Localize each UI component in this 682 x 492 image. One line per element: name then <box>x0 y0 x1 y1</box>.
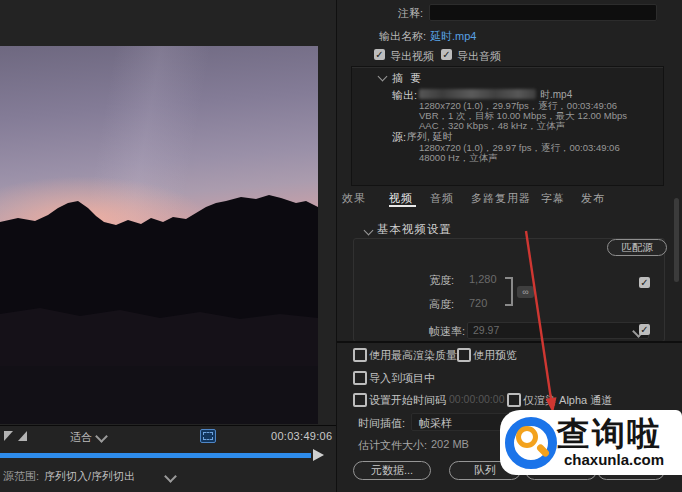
source-range-label: 源范围: <box>3 469 39 484</box>
set-start-timecode-checkbox[interactable] <box>353 393 367 407</box>
use-previews-checkbox[interactable] <box>457 348 471 362</box>
export-audio-checkbox[interactable]: ✓ <box>441 49 452 60</box>
mountain-silhouette <box>0 46 318 424</box>
summary-source-label: 源: <box>392 130 406 145</box>
tab-captions[interactable]: 字幕 <box>541 191 565 206</box>
width-value: 1,280 <box>469 273 497 285</box>
link-dimensions-icon[interactable]: ∞ <box>517 286 534 298</box>
summary-title: 摘 要 <box>392 71 423 86</box>
zoom-fit-dropdown[interactable]: 适合 <box>70 430 92 445</box>
collapse-chevron-icon[interactable] <box>364 226 374 236</box>
export-video-checkbox[interactable]: ✓ <box>374 49 385 60</box>
timeline-scrub-bar[interactable] <box>0 453 311 458</box>
redacted-output-path <box>419 89 536 99</box>
chevron-down-icon <box>164 470 177 483</box>
summary-output-label: 输出: <box>392 88 417 103</box>
source-range-dropdown[interactable]: 序列切入/序列切出 <box>44 469 135 484</box>
collapse-chevron-icon[interactable] <box>378 72 388 82</box>
magnifier-icon <box>516 426 538 448</box>
width-height-checkbox[interactable]: ✓ <box>639 277 650 288</box>
tab-audio[interactable]: 音频 <box>430 191 454 206</box>
start-timecode-value: 00:00:00:00 <box>449 393 504 405</box>
export-audio-label: 导出音频 <box>457 49 501 64</box>
section-divider <box>337 341 682 343</box>
max-render-quality-label: 使用最高渲染质量 <box>369 348 457 363</box>
panel-scrollbar[interactable] <box>674 198 679 282</box>
height-value: 720 <box>469 297 487 309</box>
dimension-bracket <box>504 277 513 306</box>
import-into-project-label: 导入到项目中 <box>369 371 435 386</box>
height-label: 高度: <box>429 297 454 312</box>
render-alpha-only-checkbox[interactable] <box>507 393 521 407</box>
tab-effects[interactable]: 效果 <box>342 191 366 206</box>
render-alpha-only-label: 仅渲染 Alpha 通道 <box>523 393 612 408</box>
marker-left-icon[interactable] <box>4 431 13 441</box>
summary-section: 摘 要 输出: 时.mp4 1280x720 (1.0)，29.97fps，逐行… <box>351 66 664 186</box>
time-interpolation-value: 帧采样 <box>419 416 452 431</box>
marker-right-icon[interactable] <box>18 431 27 441</box>
max-render-quality-checkbox[interactable] <box>353 348 367 362</box>
export-video-label: 导出视频 <box>390 49 434 64</box>
comment-label: 注释: <box>398 6 423 21</box>
preview-panel: 适合 00:03:49:06 源范围: 序列切入/序列切出 <box>0 0 336 492</box>
frame-rate-checkbox[interactable]: ✓ <box>639 324 650 335</box>
comment-input[interactable] <box>429 4 657 21</box>
source-detail-line: 48000 Hz，立体声 <box>419 152 498 165</box>
watermark-badge: 查询啦 chaxunla.com <box>500 410 682 475</box>
set-start-timecode-label: 设置开始时间码 <box>369 393 446 408</box>
tab-video[interactable]: 视频 <box>389 191 413 206</box>
out-point-handle[interactable] <box>313 449 324 461</box>
frame-rate-label: 帧速率: <box>429 324 465 339</box>
width-label: 宽度: <box>429 273 454 288</box>
watermark-domain-text: chaxunla.com <box>564 451 664 468</box>
output-name-link[interactable]: 延时.mp4 <box>430 29 476 44</box>
estimated-size-label: 估计文件大小: <box>358 438 427 453</box>
tab-multiplexer[interactable]: 多路复用器 <box>471 191 531 206</box>
output-name-label: 输出名称: <box>379 29 426 44</box>
tab-publish[interactable]: 发布 <box>581 191 605 206</box>
duration-timecode: 00:03:49:06 <box>271 430 332 442</box>
metadata-button[interactable]: 元数据... <box>353 461 431 480</box>
basic-video-settings-title: 基本视频设置 <box>377 222 452 237</box>
match-source-button[interactable]: 匹配源 <box>607 239 667 256</box>
use-previews-label: 使用预览 <box>473 348 517 363</box>
time-interpolation-label: 时间插值: <box>358 416 405 431</box>
import-into-project-checkbox[interactable] <box>353 371 367 385</box>
export-settings-window: 适合 00:03:49:06 源范围: 序列切入/序列切出 注释: 输出名称: … <box>0 0 682 492</box>
source-scaling-button[interactable] <box>200 429 216 443</box>
estimated-size-value: 202 MB <box>431 438 469 450</box>
active-tab-underline <box>389 205 416 207</box>
frame-rate-value: 29.97 <box>473 324 499 336</box>
video-settings-group: 匹配源 宽度: 1,280 高度: 720 ∞ ✓ 帧速率: 29.97 ✓ <box>353 238 665 342</box>
video-preview-frame <box>0 46 318 424</box>
